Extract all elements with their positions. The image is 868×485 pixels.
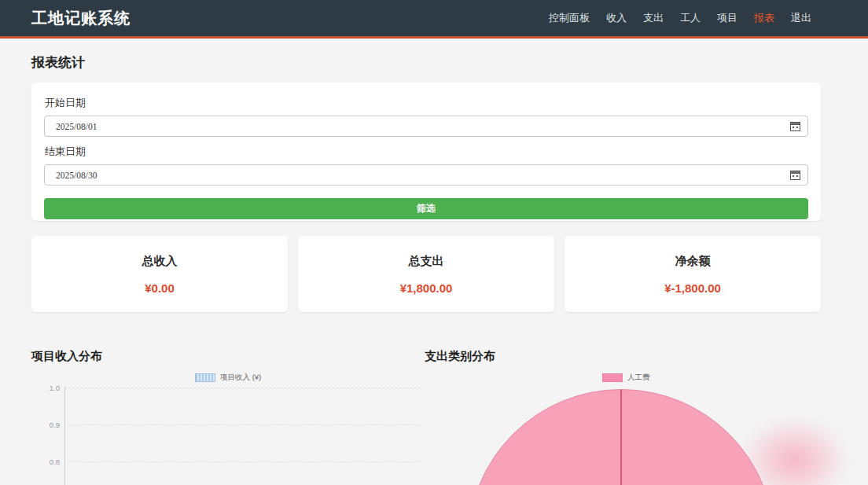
top-navbar: 工地记账系统 控制面板 收入 支出 工人 项目 报表 退出 [0, 0, 868, 39]
nav-item-income[interactable]: 收入 [606, 11, 627, 25]
start-date-label: 开始日期 [45, 96, 808, 110]
nav-item-projects[interactable]: 项目 [717, 11, 737, 25]
nav-item-expense[interactable]: 支出 [643, 11, 664, 25]
calendar-icon[interactable] [790, 121, 800, 131]
app-title: 工地记账系统 [31, 0, 131, 36]
income-chart-legend[interactable]: 项目收入 (¥) [195, 373, 261, 383]
pie-slice-boundary-line [620, 390, 622, 485]
income-chart-title: 项目收入分布 [31, 349, 102, 364]
nav-item-logout[interactable]: 退出 [791, 11, 811, 25]
gridline [64, 461, 421, 462]
stat-title: 总收入 [142, 254, 178, 269]
end-date-input[interactable] [44, 164, 808, 186]
net-balance-card: 净余额 ¥-1,800.00 [565, 236, 821, 312]
nav-item-dashboard[interactable]: 控制面板 [549, 11, 590, 25]
summary-cards-row: 总收入 ¥0.00 总支出 ¥1,800.00 净余额 ¥-1,800.00 [31, 236, 821, 312]
nav-item-reports[interactable]: 报表 [754, 11, 774, 25]
y-tick: 0.8 [36, 457, 60, 466]
y-axis-line [64, 386, 65, 485]
expense-chart-legend[interactable]: 人工费 [602, 373, 650, 383]
legend-label: 人工费 [627, 373, 650, 383]
gridline [64, 388, 421, 388]
y-tick: 1.0 [36, 384, 60, 392]
legend-swatch-pink [602, 373, 623, 382]
nav-item-workers[interactable]: 工人 [680, 11, 701, 25]
gridline [64, 424, 421, 425]
end-date-label: 结束日期 [45, 145, 808, 159]
stat-title: 净余额 [675, 254, 711, 269]
end-date-field [44, 164, 808, 186]
calendar-icon[interactable] [790, 170, 800, 180]
total-expense-card: 总支出 ¥1,800.00 [298, 236, 554, 312]
start-date-field [44, 116, 808, 137]
y-tick: 0.9 [36, 421, 60, 429]
stat-title: 总支出 [409, 254, 444, 269]
legend-swatch-blue-striped [195, 373, 215, 382]
main-nav: 控制面板 收入 支出 工人 项目 报表 退出 [549, 0, 811, 36]
stat-value: ¥-1,800.00 [664, 281, 721, 295]
filter-submit-button[interactable]: 筛选 [44, 198, 808, 219]
filter-card: 开始日期 结束日期 筛选 [31, 83, 821, 221]
start-date-input[interactable] [44, 116, 808, 137]
stat-value: ¥1,800.00 [400, 281, 453, 295]
page-title: 报表统计 [31, 53, 85, 72]
legend-label: 项目收入 (¥) [220, 373, 261, 383]
expense-chart-title: 支出类别分布 [425, 349, 495, 364]
stat-value: ¥0.00 [145, 281, 175, 295]
total-income-card: 总收入 ¥0.00 [31, 236, 288, 312]
